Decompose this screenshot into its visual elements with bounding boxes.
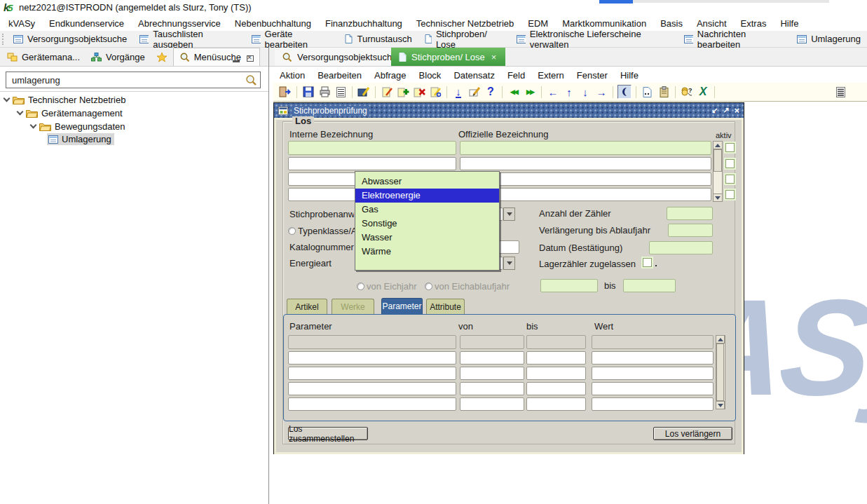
save-icon[interactable] (301, 85, 315, 99)
wert-cell[interactable] (592, 335, 714, 349)
menu-kvasy[interactable]: kVASy (1, 17, 42, 30)
print-icon[interactable] (318, 85, 332, 99)
search-icon[interactable] (245, 74, 257, 86)
window-minimize-icon[interactable]: ↙ (711, 107, 718, 114)
offizielle-bezeichnung-input-row1[interactable] (460, 141, 711, 155)
tab-stichproben-lose-active[interactable]: Stichproben/ Lose × (391, 48, 505, 66)
maximize-panel-icon[interactable] (247, 53, 254, 64)
previous-record-icon[interactable]: ← (546, 85, 560, 99)
record-up-icon[interactable]: ↑ (562, 85, 576, 99)
tab-geraetemanagement[interactable]: Gerätemana... (1, 48, 86, 66)
quick-lieferscheine-verwalten[interactable]: Elektronische Lieferscheine verwalten (510, 31, 678, 48)
chevron-down-icon[interactable] (17, 109, 24, 116)
record-down-icon[interactable]: ↓ (578, 85, 592, 99)
scroll-down-icon[interactable] (713, 193, 723, 202)
eichjahr-bis-field[interactable] (623, 279, 676, 292)
quick-geraete-bearbeiten[interactable]: Geräte bearbeiten (245, 31, 339, 48)
dropdown-option-sonstige[interactable]: Sonstige (355, 217, 499, 231)
quick-nachrichten-bearbeiten[interactable]: Nachrichten bearbeiten (678, 31, 791, 48)
import-icon[interactable]: ↓ (451, 85, 465, 99)
insert-record-icon[interactable] (396, 85, 410, 99)
scroll-down-icon[interactable] (716, 401, 725, 409)
von-cell[interactable] (460, 351, 524, 365)
menu-aktion[interactable]: Aktion (273, 69, 311, 82)
menu-extern[interactable]: Extern (531, 69, 571, 82)
tab-versorgungsobjektsuche[interactable]: Versorgungsobjektsuche (275, 48, 404, 66)
dropdown-option-elektroenergie-selected[interactable]: Elektroenergie (355, 189, 499, 203)
document-properties-icon[interactable] (641, 85, 655, 99)
list-values-icon[interactable] (833, 85, 847, 99)
von-cell[interactable] (460, 367, 524, 380)
menu-hilfe-forms[interactable]: Hilfe (614, 69, 645, 82)
panel-splitter[interactable] (268, 48, 269, 504)
parameter-cell[interactable] (288, 397, 456, 411)
tree-node-bewegungsdaten[interactable]: Bewegungsdaten (31, 120, 125, 133)
favorites-tab[interactable] (151, 48, 173, 66)
excel-export-icon[interactable]: X (696, 85, 710, 99)
tab-attribute[interactable]: Attribute (426, 299, 465, 314)
clipboard-icon[interactable] (657, 85, 671, 99)
enter-query-icon[interactable] (380, 85, 394, 99)
tree-node-technischer-netzbetrieb[interactable]: Technischer Netzbetrieb (4, 93, 125, 107)
dropdown-option-wasser[interactable]: Wasser (355, 231, 499, 245)
bis-cell[interactable] (526, 397, 586, 411)
interne-bezeichnung-input-row1[interactable] (288, 141, 456, 155)
parameter-cell[interactable] (288, 351, 456, 365)
von-eichjahr-radio[interactable] (357, 282, 364, 290)
aktiv-checkbox-row1[interactable] (725, 143, 735, 152)
bis-cell[interactable] (526, 382, 586, 395)
window-title-bar[interactable]: Stichprobenprüfung ↙ ↗ × (274, 103, 744, 118)
von-cell[interactable] (460, 382, 524, 395)
bis-cell[interactable] (526, 367, 586, 380)
menu-endkundenservice[interactable]: Endkundenservice (42, 17, 131, 30)
tab-parameter[interactable]: Parameter (381, 298, 423, 314)
help-icon[interactable]: ? (484, 85, 498, 99)
von-cell[interactable] (460, 397, 524, 411)
dropdown-option-abwasser[interactable]: Abwasser (355, 175, 499, 189)
menu-fenster[interactable]: Fenster (571, 69, 614, 82)
minimize-panel-icon[interactable] (233, 54, 240, 64)
quick-versorgungsobjektsuche[interactable]: Versorgungsobjektsuche (7, 31, 133, 48)
tree-node-umlagerung-selected[interactable]: Umlagerung (47, 132, 114, 146)
parameter-cell[interactable] (288, 382, 456, 395)
offizielle-bezeichnung-input-row2[interactable] (460, 157, 711, 170)
scroll-up-icon[interactable] (713, 141, 723, 149)
wert-cell[interactable] (592, 397, 714, 411)
table-scrollbar-thumb[interactable] (716, 343, 724, 401)
bis-cell[interactable] (526, 351, 586, 365)
tab-vorgaenge[interactable]: Vorgänge (86, 48, 151, 66)
bis-cell[interactable] (526, 335, 586, 349)
next-record-icon[interactable]: → (594, 85, 608, 99)
window-close-icon[interactable]: × (734, 106, 739, 115)
los-zusammenstellen-button[interactable]: Los zusammenstellen (288, 427, 368, 440)
next-block-icon[interactable]: ▶▶ (523, 85, 537, 99)
dropdown-option-waerme[interactable]: Wärme (355, 245, 499, 259)
typenklasse-radio[interactable] (288, 227, 296, 235)
eichjahr-von-field[interactable] (540, 279, 598, 292)
chevron-down-icon[interactable] (4, 95, 11, 102)
quick-stichproben-lose[interactable]: Stichproben/ Lose (418, 31, 510, 48)
anzahl-zaehler-field[interactable] (667, 207, 713, 220)
parameter-cell[interactable] (288, 335, 456, 349)
toolbar-grip[interactable] (2, 34, 4, 45)
verlaengerung-field[interactable] (668, 224, 713, 237)
list-icon[interactable] (334, 85, 348, 99)
los-scrollbar-thumb[interactable] (714, 149, 722, 172)
datum-bestaetigung-field[interactable] (649, 241, 713, 254)
edit-field-icon[interactable] (467, 85, 482, 99)
tab-werke[interactable]: Werke (332, 299, 374, 314)
edit-window-icon[interactable] (357, 85, 371, 99)
tab-artikel[interactable]: Artikel (287, 299, 327, 314)
interne-bezeichnung-input-row2[interactable] (288, 157, 456, 170)
delete-record-icon[interactable] (412, 85, 426, 99)
parameter-cell[interactable] (288, 367, 456, 380)
window-list-icon[interactable] (617, 85, 632, 99)
quick-umlagerung[interactable]: Umlagerung (791, 31, 867, 48)
chevron-down-icon[interactable] (30, 122, 37, 129)
menu-bearbeiten[interactable]: Bearbeiten (311, 69, 368, 82)
wert-cell[interactable] (592, 351, 714, 365)
menu-block[interactable]: Block (413, 69, 448, 82)
aktiv-checkbox-row2[interactable] (725, 159, 735, 168)
von-eichablaufjahr-radio[interactable] (425, 282, 432, 290)
previous-block-icon[interactable]: ◀◀ (507, 85, 521, 99)
